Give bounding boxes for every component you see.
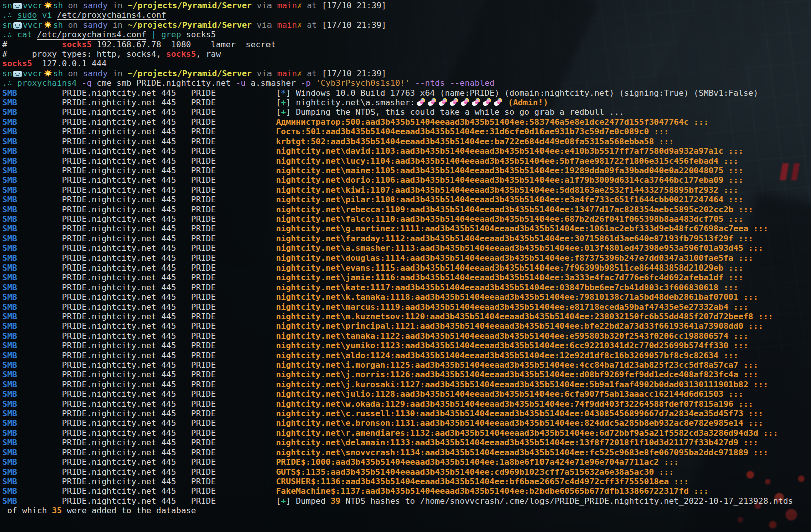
ntds-hash-line: SMB PRIDE.nightcity.net 445 PRIDE nightc… — [2, 146, 793, 156]
ntds-hash-line: SMB PRIDE.nightcity.net 445 PRIDE PRIDE$… — [2, 457, 793, 467]
wrap-continuation-line: of which 35 were added to the database — [2, 506, 793, 515]
unicorn-icon — [449, 98, 458, 106]
ntds-hash-line: SMB PRIDE.nightcity.net 445 PRIDE nightc… — [2, 428, 793, 438]
ntds-hash-line: SMB PRIDE.nightcity.net 445 PRIDE CRUSHE… — [2, 477, 793, 486]
conf-line-proxy-types: # proxy types: http, socks4, socks5, raw — [2, 49, 793, 59]
ntds-hash-line: SMB PRIDE.nightcity.net 445 PRIDE FakeMa… — [2, 486, 793, 496]
ntds-hash-line: SMB PRIDE.nightcity.net 445 PRIDE nightc… — [2, 312, 793, 321]
robot-icon — [13, 3, 22, 9]
explosion-icon — [44, 1, 52, 9]
ntds-hash-line: SMB PRIDE.nightcity.net 445 PRIDE nightc… — [2, 438, 793, 447]
ntds-hash-line: SMB PRIDE.nightcity.net 445 PRIDE nightc… — [2, 341, 793, 350]
conf-line-socks5-example: # socks5 192.168.67.78 1080 lamer secret — [2, 40, 793, 49]
ntds-hash-line: SMB PRIDE.nightcity.net 445 PRIDE nightc… — [2, 283, 793, 292]
ntds-hash-line: SMB PRIDE.nightcity.net 445 PRIDE nightc… — [2, 380, 793, 389]
unicorn-icon — [471, 98, 480, 106]
explosion-icon — [44, 21, 52, 29]
prompt-line-2: snvvcrsh on sandy in ~/projects/Pyramid/… — [2, 20, 793, 30]
unicorn-icon — [416, 98, 425, 106]
ntds-hash-line: SMB PRIDE.nightcity.net 445 PRIDE nightc… — [2, 370, 793, 379]
unicorn-icon — [493, 98, 502, 106]
ntds-hash-line: SMB PRIDE.nightcity.net 445 PRIDE Гость:… — [2, 127, 793, 136]
robot-icon — [13, 22, 22, 29]
ntds-hash-line: SMB PRIDE.nightcity.net 445 PRIDE nightc… — [2, 243, 793, 253]
robot-icon — [13, 71, 22, 77]
prompt-line-3: snvvcrsh on sandy in ~/projects/Pyramid/… — [2, 69, 793, 78]
ntds-hash-line: SMB PRIDE.nightcity.net 445 PRIDE nightc… — [2, 195, 793, 204]
ntds-hash-line: SMB PRIDE.nightcity.net 445 PRIDE nightc… — [2, 205, 793, 214]
prompt-line-1: snvvcrsh on sandy in ~/projects/Pyramid/… — [2, 1, 793, 10]
explosion-icon — [44, 69, 52, 77]
ntds-hash-line: SMB PRIDE.nightcity.net 445 PRIDE nightc… — [2, 156, 793, 166]
smb-banner-line: SMB PRIDE.nightcity.net 445 PRIDE [*] Wi… — [2, 88, 793, 98]
ntds-hash-line: SMB PRIDE.nightcity.net 445 PRIDE GUTS$:… — [2, 467, 793, 477]
ntds-hash-line: SMB PRIDE.nightcity.net 445 PRIDE nightc… — [2, 224, 793, 233]
ntds-hash-line: SMB PRIDE.nightcity.net 445 PRIDE nightc… — [2, 331, 793, 341]
ntds-hash-line: SMB PRIDE.nightcity.net 445 PRIDE nightc… — [2, 409, 793, 418]
smb-dumped-line: SMB PRIDE.nightcity.net 445 PRIDE [+] Du… — [2, 496, 793, 506]
ntds-hash-line: SMB PRIDE.nightcity.net 445 PRIDE nightc… — [2, 360, 793, 370]
ntds-hash-line: SMB PRIDE.nightcity.net 445 PRIDE nightc… — [2, 253, 793, 263]
smb-admin-login-line: SMB PRIDE.nightcity.net 445 PRIDE [+] ni… — [2, 98, 793, 107]
ntds-hash-line: SMB PRIDE.nightcity.net 445 PRIDE nightc… — [2, 175, 793, 185]
ntds-hash-line: SMB PRIDE.nightcity.net 445 PRIDE nightc… — [2, 234, 793, 243]
ntds-hash-line: SMB PRIDE.nightcity.net 445 PRIDE nightc… — [2, 351, 793, 360]
ntds-hash-line: SMB PRIDE.nightcity.net 445 PRIDE nightc… — [2, 321, 793, 331]
terminal-screen[interactable]: snvvcrsh on sandy in ~/projects/Pyramid/… — [2, 1, 793, 516]
ntds-hash-line: SMB PRIDE.nightcity.net 445 PRIDE nightc… — [2, 166, 793, 175]
ntds-hash-line: SMB PRIDE.nightcity.net 445 PRIDE Админи… — [2, 117, 793, 127]
unicorn-icon — [460, 98, 469, 106]
ntds-hash-line: SMB PRIDE.nightcity.net 445 PRIDE nightc… — [2, 448, 793, 457]
ntds-hash-line: SMB PRIDE.nightcity.net 445 PRIDE nightc… — [2, 399, 793, 409]
unicorn-icon — [482, 98, 491, 106]
conf-line-socks5-active: socks5 127.0.0.1 444 — [2, 59, 793, 68]
command-cat-grep: .∴ cat /etc/proxychains4.conf | grep soc… — [2, 30, 793, 39]
ntds-hash-line: SMB PRIDE.nightcity.net 445 PRIDE nightc… — [2, 418, 793, 428]
command-proxychains-cme: .∴ proxychains4 -q cme smb PRIDE.nightci… — [2, 78, 793, 88]
smb-dumping-line: SMB PRIDE.nightcity.net 445 PRIDE [+] Du… — [2, 107, 793, 117]
ntds-hash-line: SMB PRIDE.nightcity.net 445 PRIDE nightc… — [2, 292, 793, 302]
unicorn-icon — [427, 98, 436, 106]
ntds-hash-line: SMB PRIDE.nightcity.net 445 PRIDE nightc… — [2, 185, 793, 195]
ntds-hash-line: SMB PRIDE.nightcity.net 445 PRIDE nightc… — [2, 302, 793, 312]
unicorn-icon — [438, 98, 447, 106]
ntds-hash-line: SMB PRIDE.nightcity.net 445 PRIDE krbtgt… — [2, 137, 793, 146]
ntds-hash-line: SMB PRIDE.nightcity.net 445 PRIDE nightc… — [2, 214, 793, 224]
ntds-hash-line: SMB PRIDE.nightcity.net 445 PRIDE nightc… — [2, 273, 793, 282]
ntds-hash-line: SMB PRIDE.nightcity.net 445 PRIDE nightc… — [2, 389, 793, 399]
ntds-hash-line: SMB PRIDE.nightcity.net 445 PRIDE nightc… — [2, 263, 793, 273]
command-sudo-vi: .∴ sudo vi /etc/proxychains4.conf — [2, 10, 793, 20]
